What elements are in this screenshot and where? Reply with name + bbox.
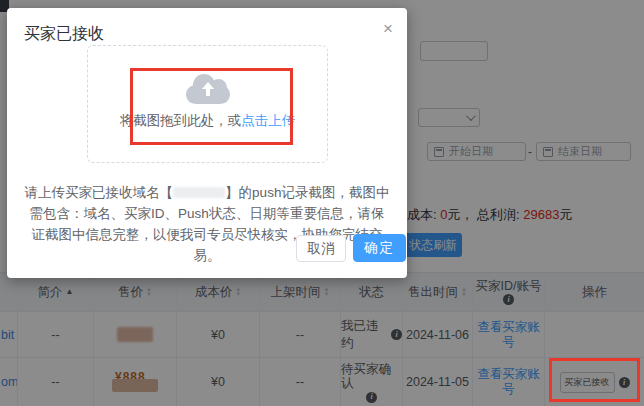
screenshot-dropzone[interactable]: 将截图拖到此处，或点击上传 bbox=[87, 45, 328, 163]
upload-cloud-icon bbox=[186, 74, 230, 104]
dialog-title: 买家已接收 bbox=[24, 24, 104, 45]
redacted-domain-name bbox=[173, 187, 225, 198]
domain-order-page: 开始日期 - 结束日期 总成本: 0元， 总利润: 29683元 状态刷新 简介… bbox=[0, 0, 644, 406]
cancel-button[interactable]: 取消 bbox=[296, 235, 346, 262]
confirm-button[interactable]: 确定 bbox=[353, 234, 406, 262]
dropzone-hint: 将截图拖到此处，或点击上传 bbox=[120, 112, 296, 130]
close-icon[interactable]: × bbox=[383, 20, 393, 37]
click-upload-link[interactable]: 点击上传 bbox=[241, 113, 295, 128]
buyer-received-dialog: 买家已接收 × 将截图拖到此处，或点击上传 请上传买家已接收域名【】的push记… bbox=[7, 8, 407, 278]
